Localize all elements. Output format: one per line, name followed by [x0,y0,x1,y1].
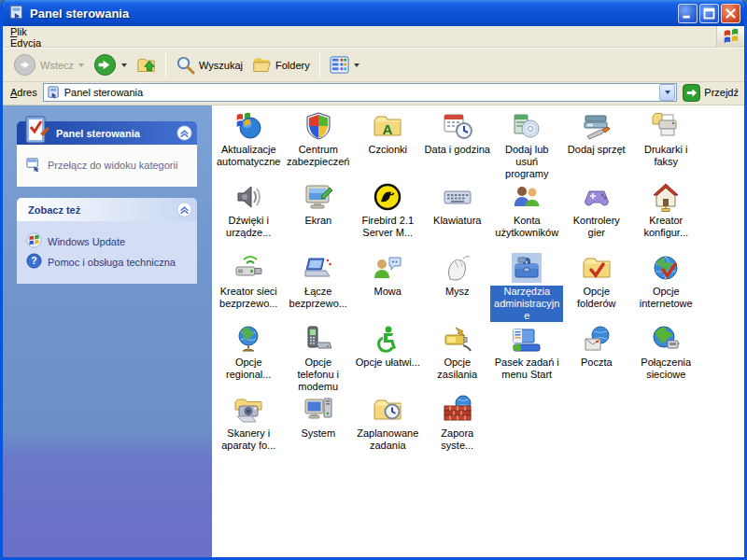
menu-plik[interactable]: Plik [3,26,64,37]
forward-button[interactable] [89,50,132,80]
control-panel-item[interactable]: Dodaj sprzęt [562,111,632,182]
control-panel-item[interactable]: Kreator konfigur... [631,182,701,253]
views-dropdown-icon[interactable] [354,63,359,67]
up-folder-icon [136,55,156,75]
control-panel-item[interactable]: Kreator sieci bezprzewo... [214,253,284,324]
firebird-icon [373,182,402,212]
svg-text:?: ? [31,256,36,266]
item-label: Narzędzia administracyjne [490,286,563,322]
control-panel-item[interactable]: Mysz [423,253,493,324]
control-panel-item[interactable]: Poczta [562,324,632,395]
chevron-up-icon[interactable] [176,125,192,141]
control-panel-item[interactable]: Drukarki i faksy [631,111,701,182]
control-panel-item[interactable]: Aktualizacje automatyczne [214,111,284,182]
control-panel-item[interactable]: Kontrolery gier [562,182,632,253]
views-button[interactable] [325,50,364,80]
item-label: Opcje internetowe [631,286,701,310]
maximize-button[interactable] [699,4,719,23]
accessibility-icon [373,324,402,354]
folder-options-icon [582,253,612,283]
item-label: Klawiatura [431,215,483,227]
control-panel-item[interactable]: Skanery i aparaty fo... [214,395,284,466]
back-button[interactable]: Wstecz [8,50,89,80]
control-panel-item[interactable]: Opcje ułatwi... [353,324,423,395]
menu-spacer [64,26,716,47]
control-panel-item[interactable]: Klawiatura [423,182,493,253]
control-panel-item[interactable]: Połączenia sieciowe [631,324,701,395]
add-hardware-icon [582,111,612,141]
menu-bar: PlikEdycjaWidokUlubioneNarzędziaPomoc [3,26,744,48]
search-button[interactable]: Wyszukaj [171,50,247,80]
task-link[interactable]: ?Pomoc i obsługa techniczna [26,253,191,271]
item-label: Łącze bezprzewo... [284,286,354,310]
chevron-up-icon[interactable] [176,202,192,217]
back-icon [13,53,36,77]
control-panel-item[interactable]: Dodaj lub usuń programy [492,111,562,182]
back-dropdown-icon[interactable] [78,63,84,67]
control-panel-item[interactable]: Zapora syste... [423,395,493,466]
control-panel-item[interactable]: Opcje zasilania [423,324,493,395]
speech-icon [373,253,402,283]
control-panel-item[interactable]: Konta użytkowników [492,182,562,253]
item-label: Dodaj lub usuń programy [492,144,562,180]
control-panel-item[interactable]: Pasek zadań i menu Start [492,324,562,395]
control-panel-item[interactable]: Ekran [284,182,354,253]
item-label: Pasek zadań i menu Start [492,357,562,381]
control-panel-item[interactable]: Data i godzina [423,111,493,182]
control-panel-item[interactable]: Zaplanowane zadania [353,395,423,466]
control-panel-item[interactable]: Opcje telefonu i modemu [284,324,354,395]
panel-header: Zobacz też [17,198,197,221]
item-label: Opcje zasilania [423,357,493,381]
address-dropdown-button[interactable] [659,84,675,101]
scheduled-tasks-icon [373,395,402,425]
security-center-icon [303,111,333,141]
forward-icon [93,53,117,77]
control-panel-item[interactable]: Opcje internetowe [631,253,701,324]
minimize-button[interactable] [678,4,698,23]
menu-items: PlikEdycjaWidokUlubioneNarzędziaPomoc [3,26,64,47]
task-link[interactable]: Windows Update [26,232,191,250]
address-page-icon [47,86,61,100]
sounds-icon [233,182,263,212]
go-button[interactable]: Przejdź [683,84,740,102]
see-also-panel: Zobacz też Windows Update?Pomoc i obsług… [17,198,197,284]
control-panel-item[interactable]: Mowa [353,253,423,324]
task-link-label: Pomoc i obsługa techniczna [48,257,176,268]
folders-icon [252,55,272,75]
control-panel-item[interactable]: Firebird 2.1 Server M... [353,182,423,253]
panel-body: Przełącz do widoku kategorii [17,145,197,187]
item-label: Centrum zabezpieczeń [284,144,354,168]
control-panel-item[interactable]: System [284,395,354,466]
control-panel-item[interactable]: Centrum zabezpieczeń [284,111,354,182]
add-remove-programs-icon [512,111,542,141]
folders-button[interactable]: Foldery [247,50,315,80]
address-input[interactable]: Panel sterowania [43,83,678,102]
forward-dropdown-icon[interactable] [121,63,127,67]
main-area: Panel sterowania Przełącz do widoku kate… [3,105,744,557]
control-panel-item[interactable]: Opcje regional... [214,324,284,395]
item-label: Ekran [303,215,333,227]
item-label: Zaplanowane zadania [353,427,423,452]
search-label: Wyszukaj [199,60,243,71]
control-panel-item[interactable]: ACzcionki [353,111,423,182]
back-label: Wstecz [40,60,74,71]
close-button[interactable] [721,4,740,23]
control-panel-item[interactable]: Narzędzia administracyjne [492,253,562,324]
item-label: Dodaj sprzęt [566,144,627,156]
control-panel-item[interactable]: Łącze bezprzewo... [284,253,354,324]
window-title: Panel sterowania [30,7,676,21]
address-label: Adres [10,87,37,98]
go-arrow-icon [683,84,700,102]
title-bar: Panel sterowania [3,0,744,26]
item-label: Czcionki [366,144,409,156]
game-controllers-icon [582,182,612,212]
control-panel-item[interactable]: Opcje folderów [562,253,632,324]
switch-view-icon [26,156,42,174]
item-label: Poczta [579,357,614,369]
control-panel-item[interactable]: Dźwięki i urządze... [214,182,284,253]
mouse-icon [443,253,472,283]
up-button[interactable] [132,50,161,80]
task-link[interactable]: Przełącz do widoku kategorii [26,156,191,174]
phone-modem-icon [303,324,333,354]
mail-icon [582,324,612,354]
